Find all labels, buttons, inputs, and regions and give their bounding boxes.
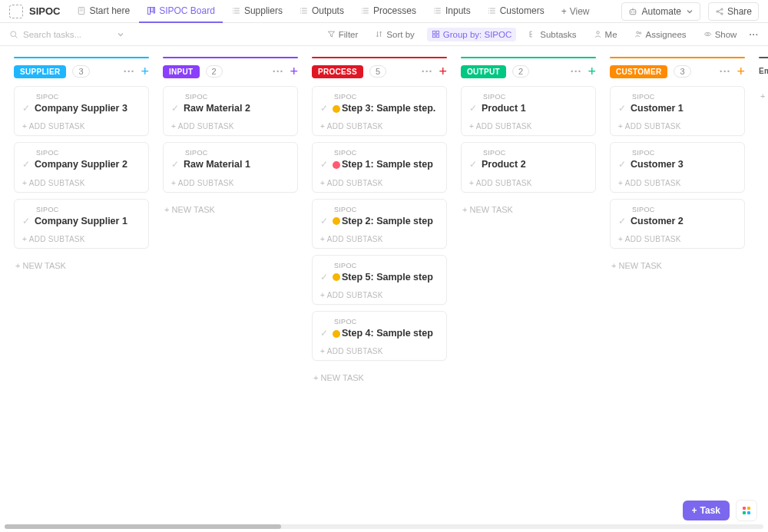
add-subtask-button[interactable]: + ADD SUBTASK bbox=[320, 179, 439, 187]
chevron-down-icon[interactable] bbox=[117, 31, 124, 38]
show-button[interactable]: Show bbox=[699, 28, 742, 41]
add-subtask-button[interactable]: + ADD SUBTASK bbox=[618, 235, 737, 243]
column-add-button[interactable]: + bbox=[737, 64, 745, 78]
tab-outputs[interactable]: Outputs bbox=[292, 0, 352, 23]
check-icon[interactable]: ✓ bbox=[618, 216, 626, 226]
column-label[interactable]: OUTPUT bbox=[461, 65, 506, 78]
new-task-button[interactable]: + Task bbox=[683, 501, 730, 520]
column-accent bbox=[461, 57, 596, 58]
card-title: Product 1 bbox=[482, 102, 526, 114]
search-input[interactable] bbox=[23, 30, 100, 39]
automate-button[interactable]: Automate bbox=[621, 2, 700, 21]
check-icon[interactable]: ✓ bbox=[22, 216, 30, 226]
new-task-button[interactable]: + NEW TASK bbox=[461, 202, 596, 217]
task-card[interactable]: SIPOC✓Customer 3+ ADD SUBTASK bbox=[610, 142, 745, 192]
group-label: Group by: SIPOC bbox=[443, 30, 511, 39]
column-menu-button[interactable]: ··· bbox=[124, 65, 135, 78]
column-menu-button[interactable]: ··· bbox=[422, 65, 433, 78]
check-icon[interactable]: ✓ bbox=[618, 103, 626, 114]
task-card[interactable]: SIPOC✓Step 5: Sample step+ ADD SUBTASK bbox=[312, 255, 447, 305]
new-task-button[interactable]: + NEW TASK bbox=[312, 370, 447, 385]
add-subtask-button[interactable]: + ADD SUBTASK bbox=[320, 291, 439, 299]
add-subtask-button[interactable]: + ADD SUBTASK bbox=[320, 122, 439, 131]
column-add-button[interactable]: + bbox=[141, 64, 149, 78]
check-icon[interactable]: ✓ bbox=[171, 103, 179, 114]
check-icon[interactable]: ✓ bbox=[320, 103, 328, 114]
horizontal-scrollbar[interactable] bbox=[5, 524, 763, 529]
task-card[interactable]: SIPOC✓Customer 1+ ADD SUBTASK bbox=[610, 86, 745, 136]
column-label[interactable]: SUPPLIER bbox=[14, 65, 66, 78]
tab-label: Customers bbox=[500, 5, 545, 16]
column-label[interactable]: Empt bbox=[759, 64, 768, 78]
apps-button[interactable] bbox=[736, 500, 757, 521]
filter-button[interactable]: Filter bbox=[323, 28, 363, 41]
check-icon[interactable]: ✓ bbox=[171, 159, 179, 170]
new-task-button[interactable]: + NEW TASK bbox=[610, 258, 745, 273]
add-subtask-button[interactable]: + ADD SUBTASK bbox=[22, 179, 141, 187]
tab-start-here[interactable]: Start here bbox=[69, 0, 137, 23]
task-card[interactable]: SIPOC✓Product 1+ ADD SUBTASK bbox=[461, 86, 596, 136]
add-view-button[interactable]: + View bbox=[554, 6, 598, 17]
me-button[interactable]: Me bbox=[589, 28, 622, 41]
column-menu-button[interactable]: ··· bbox=[720, 65, 731, 78]
subtasks-button[interactable]: Subtasks bbox=[524, 28, 581, 41]
column-add-button[interactable]: + bbox=[290, 64, 298, 78]
task-card[interactable]: SIPOC✓Step 4: Sample step+ ADD SUBTASK bbox=[312, 311, 447, 361]
check-icon[interactable]: ✓ bbox=[22, 159, 30, 170]
new-task-button[interactable]: + NEW TASK bbox=[163, 202, 298, 217]
column-label[interactable]: PROCESS bbox=[312, 65, 363, 78]
add-subtask-button[interactable]: + ADD SUBTASK bbox=[22, 235, 141, 243]
task-card[interactable]: SIPOC✓Customer 2+ ADD SUBTASK bbox=[610, 199, 745, 249]
task-card[interactable]: SIPOC✓Raw Material 2+ ADD SUBTASK bbox=[163, 86, 298, 136]
add-subtask-button[interactable]: + ADD SUBTASK bbox=[469, 122, 588, 131]
column-label[interactable]: CUSTOMER bbox=[610, 65, 667, 78]
task-card[interactable]: SIPOC✓Step 2: Sample step+ ADD SUBTASK bbox=[312, 199, 447, 249]
column-menu-button[interactable]: ··· bbox=[273, 65, 284, 78]
check-icon[interactable]: ✓ bbox=[618, 159, 626, 170]
tab-customers[interactable]: Customers bbox=[480, 0, 552, 23]
svg-rect-48 bbox=[436, 31, 439, 33]
check-icon[interactable]: ✓ bbox=[320, 159, 328, 170]
tab-sipoc-board[interactable]: SIPOC Board bbox=[139, 0, 223, 23]
add-subtask-button[interactable]: + ADD SUBTASK bbox=[320, 347, 439, 355]
add-subtask-button[interactable]: + ADD SUBTASK bbox=[171, 122, 290, 131]
task-card[interactable]: SIPOC✓Raw Material 1+ ADD SUBTASK bbox=[163, 142, 298, 192]
group-button[interactable]: Group by: SIPOC bbox=[427, 28, 516, 41]
show-label: Show bbox=[715, 30, 737, 39]
add-subtask-button[interactable]: + ADD SUBTASK bbox=[22, 122, 141, 131]
check-icon[interactable]: ✓ bbox=[469, 103, 477, 114]
add-subtask-button[interactable]: + ADD SUBTASK bbox=[618, 179, 737, 187]
assignees-button[interactable]: Assignees bbox=[630, 28, 691, 41]
column-add-button[interactable]: + bbox=[439, 64, 447, 78]
tab-inputs[interactable]: Inputs bbox=[425, 0, 478, 23]
tab-suppliers[interactable]: Suppliers bbox=[224, 0, 290, 23]
column-menu-button[interactable]: ··· bbox=[571, 65, 582, 78]
status-dot-icon bbox=[333, 161, 340, 169]
more-button[interactable]: ··· bbox=[749, 30, 759, 39]
check-icon[interactable]: ✓ bbox=[469, 159, 477, 170]
task-card[interactable]: SIPOC✓Company Supplier 2+ ADD SUBTASK bbox=[14, 142, 149, 192]
column-add-button[interactable]: + bbox=[588, 64, 596, 78]
add-subtask-button[interactable]: + ADD SUBTASK bbox=[469, 179, 588, 187]
column-label[interactable]: INPUT bbox=[163, 65, 200, 78]
add-subtask-button[interactable]: + ADD SUBTASK bbox=[618, 122, 737, 131]
task-card[interactable]: SIPOC✓Company Supplier 1+ ADD SUBTASK bbox=[14, 199, 149, 249]
add-subtask-button[interactable]: + ADD SUBTASK bbox=[320, 235, 439, 243]
tab-processes[interactable]: Processes bbox=[353, 0, 424, 23]
check-icon[interactable]: ✓ bbox=[22, 103, 30, 114]
new-task-button[interactable]: + NEW TASK bbox=[14, 258, 149, 273]
task-card[interactable]: SIPOC✓Product 2+ ADD SUBTASK bbox=[461, 142, 596, 192]
add-subtask-button[interactable]: + ADD SUBTASK bbox=[171, 179, 290, 187]
task-card[interactable]: SIPOC✓Step 3: Sample step.+ ADD SUBTASK bbox=[312, 86, 447, 136]
task-card[interactable]: SIPOC✓Company Supplier 3+ ADD SUBTASK bbox=[14, 86, 149, 136]
check-icon[interactable]: ✓ bbox=[320, 328, 328, 339]
board[interactable]: SUPPLIER3···+SIPOC✓Company Supplier 3+ A… bbox=[0, 46, 768, 524]
new-task-button[interactable]: + NE bbox=[759, 88, 768, 104]
task-card[interactable]: SIPOC✓Step 1: Sample step+ ADD SUBTASK bbox=[312, 142, 447, 192]
search-box[interactable] bbox=[9, 30, 124, 39]
check-icon[interactable]: ✓ bbox=[320, 272, 328, 283]
check-icon[interactable]: ✓ bbox=[320, 216, 328, 226]
sort-button[interactable]: Sort by bbox=[370, 28, 419, 41]
scrollbar-thumb[interactable] bbox=[5, 524, 281, 529]
share-button[interactable]: Share bbox=[708, 2, 759, 21]
